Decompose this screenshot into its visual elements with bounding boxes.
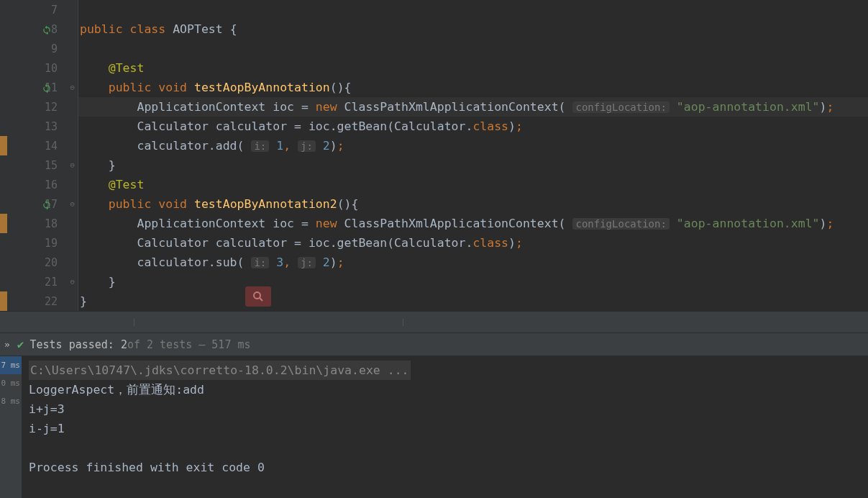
- code-token: ;: [337, 139, 344, 153]
- code-token: [316, 255, 323, 269]
- code-token: [670, 100, 677, 114]
- code-token: @Test: [109, 178, 145, 191]
- code-line[interactable]: }: [78, 155, 868, 175]
- code-token: ): [330, 139, 337, 153]
- fold-icon[interactable]: ⊖: [70, 277, 75, 286]
- code-line[interactable]: ApplicationContext ioc = new ClassPathXm…: [78, 97, 868, 117]
- fold-icon[interactable]: ⊖: [70, 199, 75, 209]
- code-token: AOPTest: [173, 22, 229, 36]
- code-token: class: [472, 236, 508, 250]
- code-token: class: [130, 22, 173, 36]
- code-line[interactable]: }: [78, 291, 868, 311]
- code-line[interactable]: public class AOPTest {: [78, 19, 868, 39]
- code-line[interactable]: ApplicationContext ioc = new ClassPathXm…: [78, 214, 868, 233]
- code-token: ,: [283, 139, 291, 153]
- expand-icon[interactable]: »: [4, 339, 10, 350]
- console-output-line: i-j=1: [29, 419, 861, 438]
- code-token: "aop-annotation.xml": [677, 217, 820, 230]
- gutter-row[interactable]: 7: [0, 0, 78, 19]
- code-token: }: [109, 158, 116, 172]
- search-icon[interactable]: [245, 286, 271, 307]
- gutter-row[interactable]: 11⊖: [0, 78, 78, 97]
- code-line[interactable]: }: [78, 272, 868, 291]
- code-token: void: [158, 197, 194, 211]
- code-token: public: [109, 81, 159, 94]
- line-number: 21: [36, 276, 58, 289]
- code-token: calculator.sub(: [80, 255, 251, 269]
- error-strip-marker: [0, 214, 7, 233]
- code-token: [291, 139, 298, 153]
- console-output-line: Process finished with exit code 0: [29, 458, 861, 477]
- code-token: ): [820, 217, 827, 230]
- line-number: 16: [36, 178, 58, 191]
- gutter-row[interactable]: 8: [0, 19, 78, 39]
- code-token: (){: [330, 81, 352, 94]
- code-token: testAopByAnnotation: [194, 81, 330, 94]
- test-time-cell[interactable]: 8 ms: [0, 392, 22, 410]
- fold-icon[interactable]: ⊖: [70, 83, 75, 92]
- code-token: j:: [298, 257, 316, 268]
- gutter-row[interactable]: 13: [0, 117, 78, 136]
- code-line[interactable]: [78, 0, 868, 19]
- code-line[interactable]: Calculator calculator = ioc.getBean(Calc…: [78, 233, 868, 253]
- tests-detail-label: of 2 tests – 517 ms: [127, 338, 251, 351]
- code-token: (){: [337, 197, 359, 211]
- test-time-cell[interactable]: 0 ms: [0, 374, 22, 392]
- run-test-icon[interactable]: [42, 199, 52, 209]
- line-number: 12: [36, 101, 58, 114]
- code-line[interactable]: Calculator calculator = ioc.getBean(Calc…: [78, 117, 868, 136]
- gutter-row[interactable]: 21⊖: [0, 272, 78, 291]
- code-line[interactable]: public void testAopByAnnotation(){: [78, 78, 868, 97]
- code-token: ClassPathXmlApplicationContext(: [344, 100, 573, 114]
- code-token: }: [109, 275, 116, 289]
- line-number: 19: [36, 237, 58, 250]
- code-line[interactable]: @Test: [78, 175, 868, 194]
- code-line[interactable]: @Test: [78, 58, 868, 78]
- code-token: ;: [826, 217, 833, 230]
- code-token: [80, 61, 109, 75]
- code-token: ;: [337, 255, 344, 269]
- gutter-row[interactable]: 19: [0, 233, 78, 253]
- check-icon: ✔: [17, 338, 24, 351]
- code-token: 2: [323, 255, 330, 269]
- code-token: ): [508, 236, 516, 250]
- code-token: 3: [276, 255, 283, 269]
- code-line[interactable]: [78, 39, 868, 58]
- gutter-row[interactable]: 20: [0, 253, 78, 272]
- editor-area: 7891011⊖12131415⊖1617⊖18192021⊖22 public…: [0, 0, 868, 311]
- run-test-icon[interactable]: [42, 83, 52, 93]
- console-content[interactable]: C:\Users\10747\.jdks\corretto-18.0.2\bin…: [22, 356, 868, 498]
- code-token: }: [80, 294, 87, 308]
- line-number: 18: [36, 217, 58, 230]
- code-token: ClassPathXmlApplicationContext(: [344, 217, 573, 230]
- gutter-row[interactable]: 14: [0, 136, 78, 155]
- console-area: 7 ms0 ms8 ms C:\Users\10747\.jdks\corret…: [0, 356, 868, 498]
- gutter-row[interactable]: 10: [0, 58, 78, 78]
- horizontal-scrollbar[interactable]: [0, 311, 868, 332]
- code-area[interactable]: public class AOPTest { @Test public void…: [78, 0, 868, 311]
- code-token: [80, 81, 109, 94]
- gutter-row[interactable]: 17⊖: [0, 194, 78, 214]
- code-token: @Test: [109, 61, 145, 75]
- code-token: testAopByAnnotation2: [194, 197, 337, 211]
- gutter-row[interactable]: 18: [0, 214, 78, 233]
- code-line[interactable]: calculator.add( i: 1, j: 2);: [78, 136, 868, 155]
- code-token: [269, 139, 276, 153]
- code-token: i:: [251, 140, 269, 152]
- test-time-cell[interactable]: 7 ms: [0, 356, 22, 374]
- code-token: [80, 178, 109, 191]
- gutter-row[interactable]: 9: [0, 39, 78, 58]
- line-number: 13: [36, 120, 58, 133]
- run-test-icon[interactable]: [42, 24, 52, 35]
- gutter-row[interactable]: 12: [0, 97, 78, 117]
- time-column: 7 ms0 ms8 ms: [0, 356, 22, 498]
- code-token: ): [820, 100, 827, 114]
- code-token: ;: [826, 100, 833, 114]
- gutter-row[interactable]: 15⊖: [0, 155, 78, 175]
- gutter-row[interactable]: 16: [0, 175, 78, 194]
- code-token: new: [316, 100, 344, 114]
- code-line[interactable]: calculator.sub( i: 3, j: 2);: [78, 253, 868, 272]
- fold-icon[interactable]: ⊖: [70, 160, 75, 170]
- gutter-row[interactable]: 22: [0, 291, 78, 311]
- code-line[interactable]: public void testAopByAnnotation2(){: [78, 194, 868, 214]
